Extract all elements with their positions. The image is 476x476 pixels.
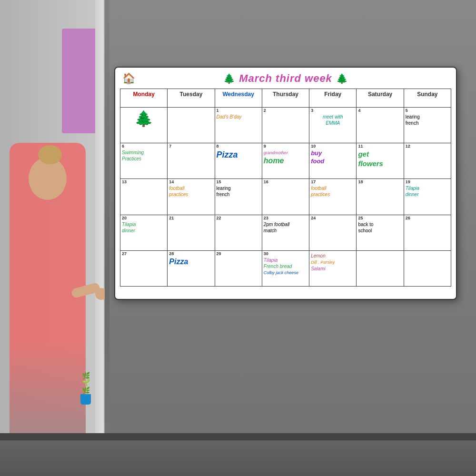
cell-w4-mon: 20 Tilapiadinner	[120, 215, 168, 251]
grocery-list-b: Lemon Dill , Parsley Salami	[311, 253, 355, 272]
cell-w1-thu: 2	[262, 108, 309, 143]
get-flowers: getflowers	[358, 149, 402, 168]
cell-w2-sat: 11 getflowers	[357, 143, 404, 179]
cell-w5-thu: 30 Tilapia French bread Colby jack chees…	[262, 251, 309, 287]
cell-w3-fri: 17 footballpractices	[309, 179, 357, 215]
cell-w5-mon: 27	[120, 251, 168, 287]
meet-emma: meet withEMMA	[311, 114, 355, 126]
cell-w1-sat: 4	[357, 108, 404, 143]
tree-icon-left: 🌲	[223, 73, 235, 84]
cell-w4-sat: 25 back toschool	[357, 215, 404, 251]
cell-w5-tue: 28 Pizza	[168, 251, 215, 287]
cell-w1-mon: 🌲	[120, 108, 168, 143]
cell-w3-sat: 18	[357, 179, 404, 215]
cell-w4-wed: 22	[215, 215, 262, 251]
header-monday: Monday	[120, 89, 168, 108]
cell-w1-fri: 3 meet withEMMA	[309, 108, 357, 143]
cell-w5-sun	[404, 251, 451, 287]
header-sunday: Sunday	[404, 89, 451, 108]
cell-w2-sun: 12	[404, 143, 451, 179]
counter-top	[0, 433, 476, 440]
pizza-1: Pizza	[217, 149, 260, 160]
cell-w2-tue: 7	[168, 143, 215, 179]
cell-w2-wed: 8 Pizza	[215, 143, 262, 179]
cell-w2-thu: 9 grandmother home	[262, 143, 309, 179]
calendar-grid: Monday Tuesday Wednesday Thursday Friday…	[120, 89, 451, 287]
house-icon: 🏠	[122, 72, 135, 85]
cell-w4-sun: 26	[404, 215, 451, 251]
cell-w1-tue	[168, 108, 215, 143]
buy-food: buyfood	[311, 149, 355, 166]
cell-w4-fri: 24	[309, 215, 357, 251]
pizza-2: Pizza	[169, 257, 213, 267]
cell-w3-mon: 13	[120, 179, 168, 215]
grocery-list-a: Tilapia French bread Colby jack cheese	[264, 257, 307, 276]
cell-w1-wed: 1 Dad's B'day	[215, 108, 262, 143]
grandmother-home: grandmother home	[264, 149, 307, 166]
cell-w5-wed: 29	[215, 251, 262, 287]
header-wednesday: Wednesday	[215, 89, 262, 108]
cell-w2-mon: 6 SwimmingPractices	[120, 143, 168, 179]
dads-bday: Dad's B'day	[217, 114, 260, 120]
cell-w3-tue: 14 footballpractices	[168, 179, 215, 215]
cell-w3-sun: 19 Tilapiadinner	[404, 179, 451, 215]
cell-w2-fri: 10 buyfood	[309, 143, 357, 179]
tree-icon-right: 🌲	[336, 73, 348, 84]
cell-w5-sat	[357, 251, 404, 287]
cell-w5-fri: Lemon Dill , Parsley Salami	[309, 251, 357, 287]
tilapia-2: Tilapiadinner	[122, 221, 166, 234]
cell-w1-sun: 5 learingfrench	[404, 108, 451, 143]
learing-french-1: learingfrench	[406, 114, 449, 126]
calendar-header: 🏠 🌲 March third week 🌲	[120, 72, 451, 85]
cell-w3-thu: 16	[262, 179, 309, 215]
cell-w4-tue: 21	[168, 215, 215, 251]
football-match: 2pm footballmatch	[264, 221, 307, 234]
back-to-school: back toschool	[358, 221, 402, 234]
header-tuesday: Tuesday	[168, 89, 215, 108]
plant: 🌿🌱🌿	[74, 372, 98, 434]
swimming: SwimmingPractices	[122, 149, 166, 162]
tilapia-1: Tilapiadinner	[406, 185, 449, 198]
header-saturday: Saturday	[357, 89, 404, 108]
learing-french-2: learingfrench	[217, 185, 260, 198]
cell-w3-wed: 15 learingfrench	[215, 179, 262, 215]
calendar-board: 🏠 🌲 March third week 🌲 Monday Tuesday We…	[114, 67, 457, 300]
header-thursday: Thursday	[262, 89, 309, 108]
cell-w4-thu: 23 2pm footballmatch	[262, 215, 309, 251]
header-friday: Friday	[309, 89, 357, 108]
calendar-title: March third week	[239, 72, 332, 85]
football-1: footballpractices	[169, 185, 213, 198]
football-2: footballpractices	[311, 185, 355, 198]
